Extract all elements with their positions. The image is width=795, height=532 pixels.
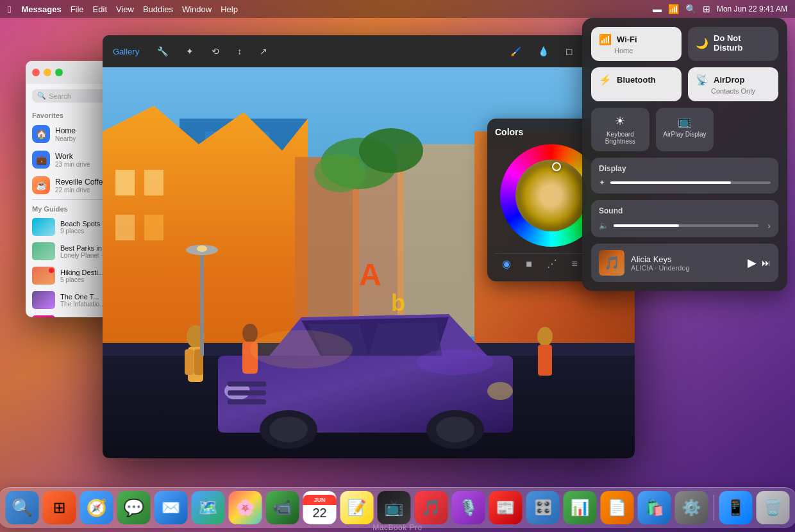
svg-rect-6 (115, 170, 135, 195)
artist-name: Alicia Keys (631, 254, 741, 264)
sound-options-icon[interactable]: › (767, 220, 771, 231)
close-button[interactable] (32, 69, 40, 76)
dock-tv[interactable]: 📺 (378, 491, 411, 524)
search-icon[interactable]: 🔍 (685, 4, 696, 14)
eraser-tool[interactable]: ◻ (560, 44, 578, 59)
minimize-button[interactable] (44, 69, 51, 76)
wifi-tile-icon: 📶 (599, 33, 612, 46)
svg-rect-47 (538, 345, 552, 376)
svg-rect-8 (115, 215, 135, 240)
color-wheel-cursor (552, 162, 561, 171)
svg-point-15 (314, 154, 365, 192)
maximize-button[interactable] (55, 69, 63, 76)
arrow-tool[interactable]: ↗ (255, 44, 272, 59)
volume-slider[interactable] (614, 224, 758, 227)
spectrum-mode-button[interactable]: ⋰ (547, 258, 557, 270)
dock-trash[interactable]: 🗑️ (757, 491, 790, 524)
parks-thumb (32, 242, 55, 260)
dock-mail[interactable]: ✉️ (155, 491, 188, 524)
dock-pages[interactable]: 📄 (601, 491, 634, 524)
brightness-slider[interactable] (610, 181, 771, 184)
svg-rect-7 (144, 170, 163, 195)
dock-notes[interactable]: 📝 (340, 491, 374, 524)
menu-window[interactable]: Window (182, 4, 212, 14)
dock-calendar[interactable]: JUN 22 (303, 491, 337, 524)
display-section: Display ✦ (591, 158, 778, 194)
airdrop-tile[interactable]: 📡 AirDrop Contacts Only (688, 67, 778, 101)
airdrop-header: 📡 AirDrop (696, 74, 771, 86)
drawing-canvas[interactable]: A b (103, 67, 635, 458)
search-icon: 🔍 (37, 92, 46, 100)
move-tool[interactable]: ↕ (232, 44, 247, 59)
keyboard-tile[interactable]: ☀ Keyboard Brightness (591, 108, 649, 151)
airdrop-tile-name: AirDrop (714, 75, 744, 85)
dock-systemprefs[interactable]: ⚙️ (675, 491, 708, 524)
menu-buddies[interactable]: Buddies (143, 4, 173, 14)
svg-point-32 (487, 382, 513, 400)
track-info: Alicia Keys ALICIA · Underdog (631, 254, 741, 272)
cc-top-grid: 📶 Wi-Fi Home 🌙 Do Not Disturb ⚡ Bluetoot… (591, 27, 778, 101)
menu-help[interactable]: Help (221, 4, 238, 14)
sliders-mode-button[interactable]: ≡ (571, 258, 577, 270)
svg-point-46 (537, 327, 553, 346)
control-center-icon[interactable]: ⊞ (703, 4, 710, 14)
svg-point-44 (242, 324, 258, 343)
menu-edit[interactable]: Edit (93, 4, 107, 14)
magic-tool[interactable]: ✦ (181, 44, 199, 59)
play-pause-button[interactable]: ▶ (748, 256, 757, 270)
wifi-header: 📶 Wi-Fi (599, 33, 674, 46)
dock-numbers[interactable]: 📊 (564, 491, 597, 524)
coffee-icon: ☕ (32, 176, 50, 194)
dnd-header: 🌙 Do Not Disturb (696, 33, 771, 53)
fast-forward-button[interactable]: ⏭ (762, 258, 771, 268)
playback-controls: ▶ ⏭ (748, 256, 771, 270)
dock-messages[interactable]: 💬 (117, 491, 151, 524)
airplay-tile[interactable]: 📺 AirPlay Display (656, 108, 714, 151)
dock-maps[interactable]: 🗺️ (192, 491, 225, 524)
dock-safari[interactable]: 🧭 (80, 491, 113, 524)
dock-appstore[interactable]: 🛍️ (638, 491, 671, 524)
apple-menu[interactable]:  (8, 4, 11, 15)
wifi-tile[interactable]: 📶 Wi-Fi Home (591, 27, 682, 61)
square-mode-button[interactable]: ■ (526, 258, 532, 270)
wrench-tool[interactable]: 🔧 (152, 44, 173, 59)
wifi-icon[interactable]: 📶 (668, 4, 679, 14)
select-tool[interactable]: ⟲ (206, 44, 224, 59)
control-center: 📶 Wi-Fi Home 🌙 Do Not Disturb ⚡ Bluetoot… (582, 18, 787, 291)
airdrop-icon: 📡 (696, 74, 708, 86)
svg-point-34 (269, 417, 308, 442)
dock-iphone[interactable]: 📱 (719, 491, 753, 524)
svg-point-36 (436, 417, 474, 442)
dock-facetime[interactable]: 📹 (266, 491, 299, 524)
brightness-low-icon: ✦ (599, 178, 605, 187)
airplay-label: AirPlay Display (663, 131, 706, 138)
svg-rect-9 (144, 215, 163, 240)
dock-launchpad[interactable]: ⊞ (43, 491, 76, 524)
gallery-button[interactable]: Gallery (113, 47, 139, 56)
dnd-tile[interactable]: 🌙 Do Not Disturb (688, 27, 778, 61)
smudge-tool[interactable]: 💧 (533, 44, 554, 59)
disc-mode-button[interactable]: ◉ (502, 258, 511, 270)
battery-icon: ▬ (653, 4, 662, 14)
svg-rect-38 (228, 390, 266, 395)
sound-section: Sound 🔈 › (591, 200, 778, 237)
beach-thumb (32, 218, 55, 236)
dock-news[interactable]: 📰 (489, 491, 523, 524)
brush-tool[interactable]: 🖌️ (505, 44, 526, 59)
dock-music[interactable]: 🎵 (415, 491, 448, 524)
svg-rect-12 (398, 144, 474, 337)
menu-file[interactable]: File (71, 4, 84, 14)
dock-finder[interactable]: 🔍 (6, 491, 39, 524)
app-name[interactable]: Messages (21, 4, 61, 14)
dock-masterdeck[interactable]: 🎛️ (526, 491, 560, 524)
menu-view[interactable]: View (116, 4, 134, 14)
svg-point-52 (417, 349, 494, 375)
dock-separator (714, 495, 714, 520)
bluetooth-header: ⚡ Bluetooth (599, 74, 674, 86)
dock-photos[interactable]: 🌸 (229, 491, 262, 524)
bluetooth-tile[interactable]: ⚡ Bluetooth (591, 67, 682, 101)
display-label: Display (599, 164, 771, 173)
sound-slider-row: 🔈 › (599, 220, 771, 231)
dock-podcasts[interactable]: 🎙️ (452, 491, 485, 524)
menubar-left:  Messages File Edit View Buddies Window… (8, 4, 238, 15)
